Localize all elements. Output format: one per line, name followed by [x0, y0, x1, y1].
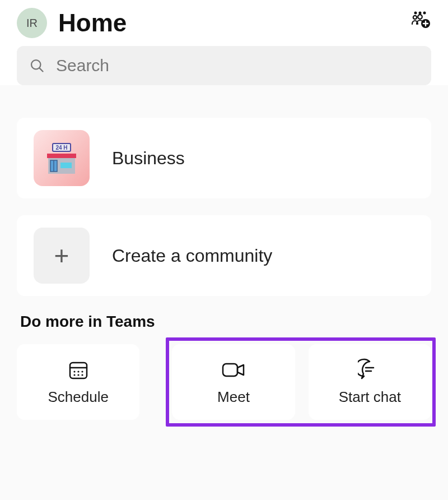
calendar-icon — [67, 358, 90, 382]
svg-point-2 — [423, 12, 426, 15]
action-meet[interactable]: Meet — [172, 344, 295, 420]
store-24h-icon: 24 H — [34, 130, 90, 186]
create-community-card[interactable]: + Create a community — [17, 215, 431, 296]
svg-point-19 — [81, 371, 83, 372]
page-title: Home — [58, 9, 398, 37]
avatar[interactable]: IR — [17, 8, 47, 38]
action-schedule[interactable]: Schedule — [17, 344, 139, 420]
section-title: Do more in Teams — [20, 313, 431, 331]
svg-rect-14 — [60, 163, 72, 168]
svg-point-1 — [419, 12, 422, 15]
svg-point-21 — [77, 374, 79, 376]
action-label: Meet — [217, 388, 250, 406]
svg-point-4 — [418, 15, 422, 19]
community-label: Business — [112, 148, 185, 169]
chat-icon — [358, 358, 381, 382]
video-icon — [220, 358, 247, 382]
svg-rect-23 — [223, 364, 237, 376]
action-start-chat[interactable]: Start chat — [309, 344, 431, 420]
search-icon — [29, 58, 45, 73]
header: IR Home — [17, 0, 431, 46]
svg-point-3 — [413, 16, 417, 19]
plus-icon: + — [34, 228, 90, 284]
search-bar[interactable] — [17, 46, 431, 85]
search-input[interactable] — [56, 56, 419, 75]
svg-rect-15 — [70, 363, 87, 378]
actions-row: Schedule Meet Start chat — [17, 344, 431, 420]
svg-point-0 — [414, 12, 417, 15]
svg-point-17 — [73, 371, 75, 372]
action-label: Schedule — [48, 388, 108, 406]
action-label: Start chat — [339, 388, 401, 406]
add-people-icon[interactable] — [409, 10, 431, 36]
svg-rect-10 — [47, 154, 76, 158]
svg-point-20 — [73, 374, 75, 376]
svg-text:24 H: 24 H — [55, 145, 67, 151]
create-community-label: Create a community — [112, 246, 272, 266]
community-card-business[interactable]: 24 H Business — [17, 118, 431, 198]
svg-line-7 — [40, 68, 43, 72]
svg-point-22 — [81, 374, 83, 376]
svg-point-18 — [77, 371, 79, 372]
